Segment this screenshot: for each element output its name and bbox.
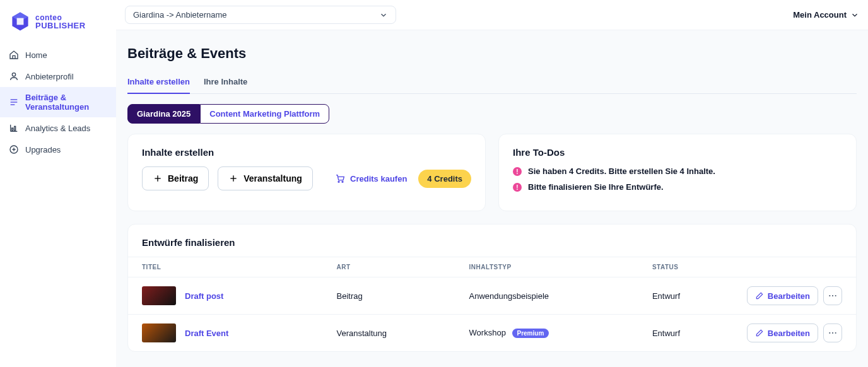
- brand-text: conteo PUBLISHER: [35, 14, 86, 30]
- draft-type: Anwendungsbeispiele: [455, 277, 638, 315]
- user-icon: [9, 71, 19, 81]
- topbar: Giardina -> Anbietername Mein Account: [116, 0, 868, 30]
- chart-icon: [9, 123, 19, 133]
- draft-status: Entwurf: [638, 315, 733, 352]
- more-actions-button[interactable]: [823, 286, 842, 305]
- col-title: TITEL: [128, 257, 322, 277]
- chevron-down-icon: [379, 11, 388, 20]
- svg-point-16: [338, 181, 339, 182]
- svg-point-17: [342, 181, 343, 182]
- list-icon: [9, 97, 19, 107]
- sidebar-item-posts-events[interactable]: Beiträge & Veranstaltungen: [0, 87, 116, 117]
- drafts-card: Entwürfe finalisieren TITEL ART INHALTST…: [127, 224, 857, 352]
- svg-point-22: [832, 332, 833, 334]
- todos-card: Ihre To-Dos ! Sie haben 4 Credits. Bitte…: [498, 134, 857, 211]
- sidebar-item-label: Beiträge & Veranstaltungen: [25, 93, 107, 112]
- dots-icon: [828, 328, 838, 338]
- svg-rect-7: [12, 128, 13, 131]
- draft-kind: Beitrag: [322, 277, 455, 315]
- sidebar-item-analytics[interactable]: Analytics & Leads: [0, 117, 116, 139]
- svg-point-21: [829, 332, 830, 334]
- drafts-table: TITEL ART INHALTSTYP STATUS: [128, 257, 856, 351]
- sidebar-item-home[interactable]: Home: [0, 44, 116, 66]
- table-row: Draft post Beitrag Anwendungsbeispiele E…: [128, 277, 856, 315]
- plus-circle-icon: [9, 144, 19, 154]
- svg-point-19: [832, 295, 833, 296]
- svg-point-18: [829, 295, 830, 296]
- page-title: Beiträge & Events: [127, 45, 857, 62]
- todo-text: Sie haben 4 Credits. Bitte erstellen Sie…: [528, 166, 715, 176]
- create-card-title: Inhalte erstellen: [142, 147, 471, 158]
- edit-label: Bearbeiten: [768, 291, 810, 301]
- col-status: STATUS: [638, 257, 733, 277]
- edit-label: Bearbeiten: [768, 329, 810, 338]
- content-tabs: Inhalte erstellen Ihre Inhalte: [127, 72, 857, 94]
- plus-icon: [228, 173, 238, 184]
- add-event-label: Veranstaltung: [243, 173, 302, 184]
- draft-kind: Veranstaltung: [322, 315, 455, 352]
- draft-thumbnail: [142, 323, 176, 342]
- draft-title-link[interactable]: Draft Event: [185, 329, 228, 338]
- buy-credits-link[interactable]: Credits kaufen: [335, 173, 407, 184]
- cart-icon: [335, 173, 345, 184]
- tab-your-content[interactable]: Ihre Inhalte: [204, 72, 247, 93]
- logo-cube-icon: [9, 10, 32, 33]
- draft-title-link[interactable]: Draft post: [185, 291, 223, 301]
- chevron-down-icon: [850, 11, 859, 20]
- todo-item: ! Sie haben 4 Credits. Bitte erstellen S…: [513, 166, 842, 176]
- sidebar-item-upgrades[interactable]: Upgrades: [0, 139, 116, 160]
- context-selector[interactable]: Giardina -> Anbietername: [125, 6, 396, 24]
- account-menu[interactable]: Mein Account: [793, 10, 859, 20]
- credits-badge: 4 Credits: [418, 170, 471, 188]
- pill-giardina-2025[interactable]: Giardina 2025: [127, 104, 200, 124]
- account-label: Mein Account: [793, 10, 847, 20]
- draft-type: Workshop Premium: [455, 315, 638, 352]
- home-icon: [9, 50, 19, 60]
- svg-rect-8: [15, 126, 16, 131]
- dots-icon: [828, 291, 838, 301]
- table-row: Draft Event Veranstaltung Workshop Premi…: [128, 315, 856, 352]
- pill-content-marketing[interactable]: Content Marketing Plattform: [200, 104, 329, 124]
- svg-marker-2: [17, 18, 24, 25]
- brand-logo[interactable]: conteo PUBLISHER: [0, 0, 116, 39]
- col-kind: ART: [322, 257, 455, 277]
- alert-dot-icon: !: [513, 183, 522, 192]
- todo-item: ! Bitte finalisieren Sie Ihre Entwürfe.: [513, 182, 842, 192]
- todos-title: Ihre To-Dos: [513, 147, 842, 158]
- add-event-button[interactable]: Veranstaltung: [218, 166, 313, 190]
- sidebar-item-profile[interactable]: Anbieterprofil: [0, 66, 116, 87]
- alert-dot-icon: !: [513, 167, 522, 176]
- create-content-card: Inhalte erstellen Beitrag Veranstaltung: [127, 134, 486, 211]
- sidebar-item-label: Analytics & Leads: [25, 124, 90, 133]
- sidebar: conteo PUBLISHER Home Anbieterprofil Bei…: [0, 0, 116, 367]
- tab-create-content[interactable]: Inhalte erstellen: [127, 72, 190, 94]
- edit-button[interactable]: Bearbeiten: [747, 286, 818, 305]
- edit-icon: [755, 329, 764, 337]
- col-type: INHALTSTYP: [455, 257, 638, 277]
- add-post-button[interactable]: Beitrag: [142, 166, 209, 190]
- premium-badge: Premium: [512, 329, 549, 338]
- context-selector-label: Giardina -> Anbietername: [133, 10, 227, 20]
- more-actions-button[interactable]: [823, 323, 842, 342]
- draft-thumbnail: [142, 286, 176, 305]
- edit-icon: [755, 291, 764, 300]
- buy-credits-label: Credits kaufen: [350, 174, 407, 184]
- sidebar-nav: Home Anbieterprofil Beiträge & Veranstal…: [0, 39, 116, 165]
- todo-text: Bitte finalisieren Sie Ihre Entwürfe.: [528, 182, 664, 192]
- draft-status: Entwurf: [638, 277, 733, 315]
- edit-button[interactable]: Bearbeiten: [747, 323, 818, 342]
- sidebar-item-label: Anbieterprofil: [25, 72, 74, 81]
- sidebar-item-label: Home: [25, 50, 47, 60]
- plus-icon: [153, 173, 163, 184]
- svg-point-20: [835, 295, 836, 296]
- context-pills: Giardina 2025 Content Marketing Plattfor…: [127, 104, 857, 124]
- svg-point-23: [835, 332, 836, 334]
- drafts-title: Entwürfe finalisieren: [128, 224, 856, 257]
- add-post-label: Beitrag: [168, 173, 198, 184]
- svg-point-3: [12, 73, 15, 76]
- sidebar-item-label: Upgrades: [25, 145, 61, 154]
